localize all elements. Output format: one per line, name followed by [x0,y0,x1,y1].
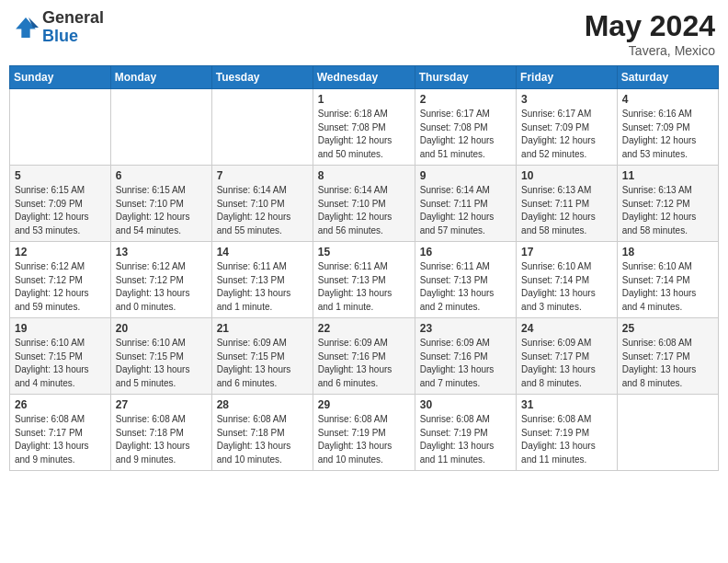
day-info: Sunrise: 6:14 AM Sunset: 7:10 PM Dayligh… [217,184,308,237]
day-info: Sunrise: 6:08 AM Sunset: 7:17 PM Dayligh… [622,337,713,390]
day-info: Sunrise: 6:09 AM Sunset: 7:15 PM Dayligh… [217,337,308,390]
day-info: Sunrise: 6:13 AM Sunset: 7:12 PM Dayligh… [622,184,713,237]
day-number: 3 [521,93,612,106]
day-info: Sunrise: 6:08 AM Sunset: 7:19 PM Dayligh… [521,413,612,466]
day-number: 13 [116,246,207,259]
day-number: 19 [15,322,106,335]
day-info: Sunrise: 6:08 AM Sunset: 7:19 PM Dayligh… [318,413,410,466]
calendar-cell: 26Sunrise: 6:08 AM Sunset: 7:17 PM Dayli… [10,395,111,471]
day-info: Sunrise: 6:09 AM Sunset: 7:16 PM Dayligh… [318,337,410,390]
calendar-week-row: 5Sunrise: 6:15 AM Sunset: 7:09 PM Daylig… [10,166,719,242]
calendar-cell: 24Sunrise: 6:09 AM Sunset: 7:17 PM Dayli… [517,318,618,395]
calendar-cell: 15Sunrise: 6:11 AM Sunset: 7:13 PM Dayli… [313,242,415,318]
day-number: 23 [420,322,511,335]
calendar-cell: 29Sunrise: 6:08 AM Sunset: 7:19 PM Dayli… [313,395,415,471]
calendar-cell: 5Sunrise: 6:15 AM Sunset: 7:09 PM Daylig… [10,166,111,242]
month-year-title: May 2024 [585,9,715,43]
day-info: Sunrise: 6:08 AM Sunset: 7:18 PM Dayligh… [116,413,207,466]
calendar-cell: 1Sunrise: 6:18 AM Sunset: 7:08 PM Daylig… [313,89,415,166]
day-number: 27 [116,398,207,411]
calendar-week-row: 1Sunrise: 6:18 AM Sunset: 7:08 PM Daylig… [10,89,719,166]
day-number: 29 [318,398,410,411]
day-info: Sunrise: 6:16 AM Sunset: 7:09 PM Dayligh… [622,108,713,161]
day-number: 21 [217,322,308,335]
calendar-cell [211,89,313,166]
calendar-cell: 31Sunrise: 6:08 AM Sunset: 7:19 PM Dayli… [517,395,618,471]
day-number: 31 [521,398,612,411]
calendar-cell: 22Sunrise: 6:09 AM Sunset: 7:16 PM Dayli… [313,318,415,395]
weekday-header-row: SundayMondayTuesdayWednesdayThursdayFrid… [10,66,719,89]
calendar-cell: 3Sunrise: 6:17 AM Sunset: 7:09 PM Daylig… [517,89,618,166]
day-number: 17 [521,246,612,259]
day-info: Sunrise: 6:09 AM Sunset: 7:16 PM Dayligh… [420,337,511,390]
day-info: Sunrise: 6:14 AM Sunset: 7:11 PM Dayligh… [420,184,511,237]
day-info: Sunrise: 6:10 AM Sunset: 7:15 PM Dayligh… [15,337,106,390]
calendar-cell: 21Sunrise: 6:09 AM Sunset: 7:15 PM Dayli… [211,318,313,395]
weekday-header: Monday [110,66,211,89]
day-number: 18 [622,246,713,259]
day-number: 11 [622,169,713,182]
day-info: Sunrise: 6:10 AM Sunset: 7:15 PM Dayligh… [116,337,207,390]
calendar-cell [617,395,718,471]
calendar-cell: 12Sunrise: 6:12 AM Sunset: 7:12 PM Dayli… [10,242,111,318]
calendar-cell: 23Sunrise: 6:09 AM Sunset: 7:16 PM Dayli… [415,318,516,395]
day-number: 20 [116,322,207,335]
day-info: Sunrise: 6:11 AM Sunset: 7:13 PM Dayligh… [318,260,410,314]
calendar-cell: 2Sunrise: 6:17 AM Sunset: 7:08 PM Daylig… [415,89,516,166]
calendar-cell: 4Sunrise: 6:16 AM Sunset: 7:09 PM Daylig… [617,89,718,166]
day-info: Sunrise: 6:10 AM Sunset: 7:14 PM Dayligh… [622,260,713,314]
logo: General Blue [13,9,104,46]
day-number: 25 [622,322,713,335]
title-block: May 2024 Tavera, Mexico [585,9,715,58]
calendar-cell: 14Sunrise: 6:11 AM Sunset: 7:13 PM Dayli… [211,242,313,318]
day-number: 28 [217,398,308,411]
day-info: Sunrise: 6:15 AM Sunset: 7:09 PM Dayligh… [15,184,106,237]
day-info: Sunrise: 6:08 AM Sunset: 7:17 PM Dayligh… [15,413,106,466]
calendar-cell: 6Sunrise: 6:15 AM Sunset: 7:10 PM Daylig… [110,166,211,242]
day-number: 9 [420,169,511,182]
calendar-week-row: 12Sunrise: 6:12 AM Sunset: 7:12 PM Dayli… [10,242,719,318]
calendar-cell: 16Sunrise: 6:11 AM Sunset: 7:13 PM Dayli… [415,242,516,318]
calendar-table: SundayMondayTuesdayWednesdayThursdayFrid… [9,65,719,471]
page-header: General Blue May 2024 Tavera, Mexico [9,9,719,58]
day-number: 22 [318,322,410,335]
day-number: 5 [15,169,106,182]
day-info: Sunrise: 6:18 AM Sunset: 7:08 PM Dayligh… [318,108,410,161]
day-number: 16 [420,246,511,259]
day-info: Sunrise: 6:11 AM Sunset: 7:13 PM Dayligh… [217,260,308,314]
calendar-cell [10,89,111,166]
day-info: Sunrise: 6:17 AM Sunset: 7:09 PM Dayligh… [521,108,612,161]
calendar-cell: 28Sunrise: 6:08 AM Sunset: 7:18 PM Dayli… [211,395,313,471]
calendar-cell: 20Sunrise: 6:10 AM Sunset: 7:15 PM Dayli… [110,318,211,395]
calendar-week-row: 19Sunrise: 6:10 AM Sunset: 7:15 PM Dayli… [10,318,719,395]
weekday-header: Friday [517,66,618,89]
weekday-header: Tuesday [211,66,313,89]
day-number: 26 [15,398,106,411]
svg-marker-0 [16,17,36,38]
day-number: 15 [318,246,410,259]
day-number: 4 [622,93,713,106]
day-number: 7 [217,169,308,182]
day-number: 24 [521,322,612,335]
calendar-cell: 10Sunrise: 6:13 AM Sunset: 7:11 PM Dayli… [517,166,618,242]
day-info: Sunrise: 6:13 AM Sunset: 7:11 PM Dayligh… [521,184,612,237]
day-number: 12 [15,246,106,259]
calendar-cell: 8Sunrise: 6:14 AM Sunset: 7:10 PM Daylig… [313,166,415,242]
day-number: 30 [420,398,511,411]
day-info: Sunrise: 6:10 AM Sunset: 7:14 PM Dayligh… [521,260,612,314]
weekday-header: Sunday [10,66,111,89]
day-info: Sunrise: 6:09 AM Sunset: 7:17 PM Dayligh… [521,337,612,390]
day-number: 10 [521,169,612,182]
day-info: Sunrise: 6:11 AM Sunset: 7:13 PM Dayligh… [420,260,511,314]
calendar-week-row: 26Sunrise: 6:08 AM Sunset: 7:17 PM Dayli… [10,395,719,471]
calendar-cell: 17Sunrise: 6:10 AM Sunset: 7:14 PM Dayli… [517,242,618,318]
calendar-cell: 27Sunrise: 6:08 AM Sunset: 7:18 PM Dayli… [110,395,211,471]
day-info: Sunrise: 6:15 AM Sunset: 7:10 PM Dayligh… [116,184,207,237]
weekday-header: Wednesday [313,66,415,89]
logo-icon [13,15,39,40]
calendar-cell: 7Sunrise: 6:14 AM Sunset: 7:10 PM Daylig… [211,166,313,242]
day-number: 6 [116,169,207,182]
day-info: Sunrise: 6:12 AM Sunset: 7:12 PM Dayligh… [15,260,106,314]
day-info: Sunrise: 6:08 AM Sunset: 7:18 PM Dayligh… [217,413,308,466]
day-info: Sunrise: 6:17 AM Sunset: 7:08 PM Dayligh… [420,108,511,161]
